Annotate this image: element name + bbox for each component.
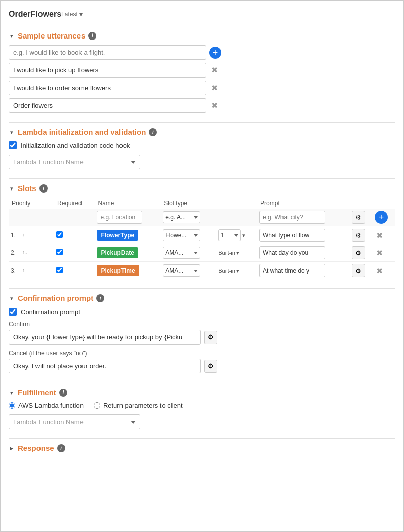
utterance-row-2: ✖ xyxy=(9,81,395,95)
version-dropdown[interactable]: Latest ▾ xyxy=(61,11,83,18)
lambda-header[interactable]: ▾ Lambda initialization and validation i xyxy=(9,128,395,136)
page-title: OrderFlowers xyxy=(9,10,61,19)
utterance-input-1[interactable] xyxy=(9,63,206,78)
fulfillment-header[interactable]: ▾ Fulfillment i xyxy=(9,388,395,397)
confirmation-checkbox-label: Confirmation prompt xyxy=(21,308,80,316)
chevron-down-icon-lambda: ▾ xyxy=(9,129,15,135)
slot-1-remove-button[interactable]: ✖ xyxy=(375,230,385,240)
fulfillment-return-option[interactable]: Return parameters to client xyxy=(94,402,183,409)
slot-2-builtin: Built-in ▾ xyxy=(218,250,255,256)
utterance-new-input[interactable] xyxy=(9,45,206,60)
slot-2-gear-button[interactable]: ⚙ xyxy=(352,246,365,259)
slot-3-required-checkbox[interactable] xyxy=(56,267,63,273)
slot-row-3: 3. ↑ PickupTime AMA... xyxy=(9,262,395,280)
utterance-input-2[interactable] xyxy=(9,81,206,95)
slot-1-version-select[interactable]: 1 xyxy=(218,229,241,241)
slot-3-type-select[interactable]: AMA... xyxy=(163,264,200,277)
chevron-down-icon: ▾ xyxy=(9,33,15,39)
confirmation-info-icon[interactable]: i xyxy=(96,294,104,302)
slot-3-up-arrow[interactable]: ↑ xyxy=(22,268,25,273)
lambda-info-icon[interactable]: i xyxy=(149,128,157,136)
remove-utterance-1-button[interactable]: ✖ xyxy=(209,65,219,75)
utterance-row-3: ✖ xyxy=(9,98,395,113)
slot-1-priority: 1. ↓ xyxy=(11,232,52,239)
slots-info-icon[interactable]: i xyxy=(39,184,48,193)
slot-new-name-input[interactable] xyxy=(97,211,142,224)
cancel-gear-button[interactable]: ⚙ xyxy=(204,360,217,373)
remove-utterance-2-button[interactable]: ✖ xyxy=(209,83,219,93)
slot-2-up-arrow[interactable]: ↑ xyxy=(22,250,25,255)
slot-1-down-arrow[interactable]: ↓ xyxy=(22,233,25,238)
slot-new-prompt-cell xyxy=(257,209,350,226)
col-prompt: Prompt xyxy=(257,198,373,209)
slot-1-prompt-input[interactable] xyxy=(259,229,325,242)
col-name: Name xyxy=(95,198,160,209)
fulfillment-info-icon[interactable]: i xyxy=(59,389,67,397)
info-icon[interactable]: i xyxy=(88,32,96,40)
slot-3-priority: 3. ↑ xyxy=(11,267,52,274)
chevron-down-icon-confirmation: ▾ xyxy=(9,295,15,301)
sample-utterances-header[interactable]: ▾ Sample utterances i xyxy=(9,31,395,40)
fulfillment-title: Fulfillment xyxy=(18,388,56,397)
confirm-text-input[interactable] xyxy=(9,330,201,345)
slot-2-prompt-input[interactable] xyxy=(259,246,325,259)
fulfillment-lambda-option[interactable]: AWS Lambda function xyxy=(9,402,84,409)
response-info-icon[interactable]: i xyxy=(57,444,65,452)
slot-2-required-checkbox[interactable] xyxy=(56,249,63,255)
lambda-checkbox-row: Initialization and validation code hook xyxy=(9,141,395,149)
utterance-input-3[interactable] xyxy=(9,98,206,113)
lambda-checkbox-label: Initialization and validation code hook xyxy=(21,142,130,149)
slots-section: ▾ Slots i Priority Required Name Slot ty… xyxy=(9,184,395,279)
response-header[interactable]: ► Response i xyxy=(9,444,395,452)
lambda-checkbox[interactable] xyxy=(9,141,17,149)
slot-1-gear-button[interactable]: ⚙ xyxy=(352,229,365,242)
slot-new-gear-button[interactable]: ⚙ xyxy=(352,211,365,224)
confirm-input-row: ⚙ xyxy=(9,330,395,345)
lambda-title: Lambda initialization and validation xyxy=(18,128,146,136)
slot-2-type-select[interactable]: AMA... xyxy=(163,247,200,259)
slot-3-gear-button[interactable]: ⚙ xyxy=(352,264,365,277)
slot-new-name-cell xyxy=(95,209,160,226)
slot-3-remove-button[interactable]: ✖ xyxy=(375,265,385,276)
cancel-text-input[interactable] xyxy=(9,359,201,373)
fulfillment-lambda-radio[interactable] xyxy=(9,402,15,409)
slot-2-down-arrow[interactable]: ↓ xyxy=(25,250,28,255)
slot-1-version: 1 ▾ xyxy=(218,229,255,241)
fulfillment-return-radio[interactable] xyxy=(94,402,100,409)
slot-new-type-select[interactable]: e.g. A... xyxy=(163,211,200,223)
confirmation-header[interactable]: ▾ Confirmation prompt i xyxy=(9,294,395,302)
confirmation-section: ▾ Confirmation prompt i Confirmation pro… xyxy=(9,294,395,373)
slot-3-builtin: Built-in ▾ xyxy=(218,268,255,274)
slot-3-prompt-input[interactable] xyxy=(259,264,325,277)
col-priority: Priority xyxy=(9,198,54,209)
header: OrderFlowers Latest ▾ xyxy=(9,6,395,25)
slot-1-type-select[interactable]: Flowe... xyxy=(163,229,200,241)
lambda-function-select[interactable]: Lambda Function Name xyxy=(9,155,140,169)
confirmation-checkbox[interactable] xyxy=(9,308,17,316)
cancel-input-row: ⚙ xyxy=(9,359,395,373)
slot-new-type-cell: e.g. A... xyxy=(160,209,257,226)
slot-new-row: e.g. A... ⚙ + xyxy=(9,209,395,226)
slot-new-add-button[interactable]: + xyxy=(375,211,388,224)
lambda-section: ▾ Lambda initialization and validation i… xyxy=(9,128,395,169)
slot-2-remove-button[interactable]: ✖ xyxy=(375,248,385,258)
utterance-new-row: + xyxy=(9,45,395,60)
slot-1-version-arrow: ▾ xyxy=(242,232,245,239)
slot-new-prompt-input[interactable] xyxy=(259,211,325,224)
confirm-label: Confirm xyxy=(9,321,395,328)
fulfillment-radio-group: AWS Lambda function Return parameters to… xyxy=(9,402,395,409)
add-utterance-button[interactable]: + xyxy=(209,47,221,59)
slots-header[interactable]: ▾ Slots i xyxy=(9,184,395,193)
fulfillment-lambda-label: AWS Lambda function xyxy=(18,402,84,409)
utterance-row-1: ✖ xyxy=(9,63,395,78)
chevron-right-icon-response: ► xyxy=(9,445,15,451)
confirm-gear-button[interactable]: ⚙ xyxy=(204,331,217,344)
slot-1-required-checkbox[interactable] xyxy=(56,231,63,238)
slot-1-name-tag: FlowerType xyxy=(97,230,138,241)
fulfillment-lambda-select[interactable]: Lambda Function Name xyxy=(9,414,140,429)
col-slot-type: Slot type xyxy=(160,198,257,209)
sample-utterances-section: ▾ Sample utterances i + ✖ ✖ ✖ xyxy=(9,31,395,113)
remove-utterance-3-button[interactable]: ✖ xyxy=(209,101,219,111)
slot-2-name-tag: PickupDate xyxy=(97,247,138,258)
slot-3-builtin-arrow: ▾ xyxy=(236,268,239,274)
